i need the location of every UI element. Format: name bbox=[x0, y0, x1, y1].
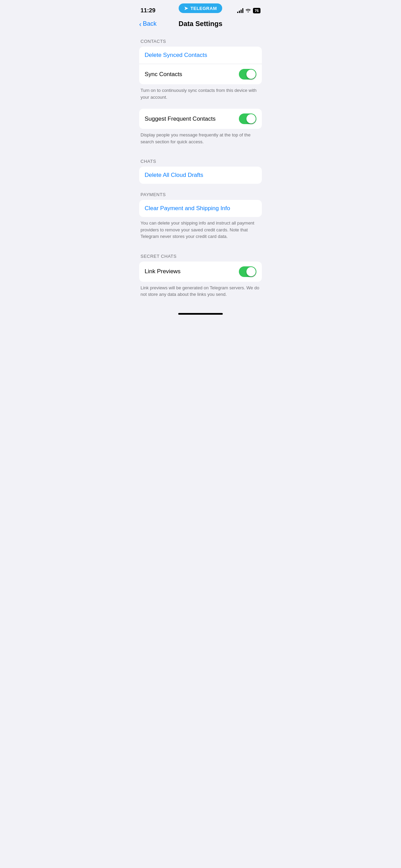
contacts-card: Delete Synced Contacts Sync Contacts bbox=[139, 47, 262, 84]
home-indicator bbox=[134, 306, 267, 317]
home-bar bbox=[178, 313, 223, 315]
contacts-section-label: CONTACTS bbox=[134, 39, 267, 47]
suggest-contacts-card: Suggest Frequent Contacts bbox=[139, 109, 262, 129]
link-previews-toggle[interactable] bbox=[239, 266, 256, 277]
clear-payment-info-item[interactable]: Clear Payment and Shipping Info bbox=[139, 200, 262, 217]
delete-cloud-drafts-item[interactable]: Delete All Cloud Drafts bbox=[139, 167, 262, 184]
link-previews-label: Link Previews bbox=[145, 268, 181, 275]
chats-section-label: CHATS bbox=[134, 159, 267, 167]
link-previews-item: Link Previews bbox=[139, 262, 262, 282]
telegram-label: TELEGRAM bbox=[191, 6, 217, 11]
payments-description: You can delete your shipping info and in… bbox=[134, 217, 267, 245]
page-title: Data Settings bbox=[179, 20, 222, 28]
suggest-frequent-contacts-label: Suggest Frequent Contacts bbox=[145, 116, 216, 122]
toggle-knob bbox=[246, 70, 256, 79]
suggest-contacts-section: Suggest Frequent Contacts Display people… bbox=[134, 109, 267, 150]
suggest-contacts-toggle[interactable] bbox=[239, 113, 256, 124]
back-chevron-icon: ‹ bbox=[139, 21, 142, 27]
status-icons: 76 bbox=[237, 8, 260, 13]
back-button[interactable]: ‹ Back bbox=[139, 20, 157, 27]
link-previews-description: Link previews will be generated on Teleg… bbox=[134, 282, 267, 303]
clear-payment-info-button[interactable]: Clear Payment and Shipping Info bbox=[145, 205, 230, 212]
suggest-frequent-contacts-item: Suggest Frequent Contacts bbox=[139, 109, 262, 129]
toggle-knob-2 bbox=[246, 114, 256, 123]
status-time: 11:29 bbox=[141, 7, 155, 14]
sync-contacts-description: Turn on to continuously sync contacts fr… bbox=[134, 84, 267, 106]
secret-chats-card: Link Previews bbox=[139, 262, 262, 282]
secret-chats-section: SECRET CHATS Link Previews Link previews… bbox=[134, 254, 267, 303]
payments-card: Clear Payment and Shipping Info bbox=[139, 200, 262, 217]
back-label: Back bbox=[143, 20, 157, 27]
wifi-icon bbox=[245, 8, 251, 13]
signal-icon bbox=[237, 8, 243, 13]
payments-section: PAYMENTS Clear Payment and Shipping Info… bbox=[134, 192, 267, 245]
suggest-contacts-description: Display people you message frequently at… bbox=[134, 129, 267, 150]
delete-synced-contacts-item[interactable]: Delete Synced Contacts bbox=[139, 47, 262, 64]
delete-synced-contacts-button[interactable]: Delete Synced Contacts bbox=[145, 52, 207, 59]
telegram-icon: ➤ bbox=[184, 5, 189, 11]
nav-bar: ‹ Back Data Settings bbox=[134, 16, 267, 33]
telegram-badge: ➤ TELEGRAM bbox=[179, 3, 222, 13]
sync-contacts-toggle[interactable] bbox=[239, 69, 256, 80]
chats-card: Delete All Cloud Drafts bbox=[139, 167, 262, 184]
secret-chats-section-label: SECRET CHATS bbox=[134, 254, 267, 262]
status-bar: 11:29 ➤ TELEGRAM 76 bbox=[134, 0, 267, 16]
battery-icon: 76 bbox=[253, 8, 260, 13]
toggle-knob-3 bbox=[246, 267, 256, 276]
payments-section-label: PAYMENTS bbox=[134, 192, 267, 200]
sync-contacts-label: Sync Contacts bbox=[145, 71, 182, 78]
chats-section: CHATS Delete All Cloud Drafts bbox=[134, 159, 267, 184]
sync-contacts-item: Sync Contacts bbox=[139, 64, 262, 84]
contacts-section: CONTACTS Delete Synced Contacts Sync Con… bbox=[134, 39, 267, 106]
delete-cloud-drafts-button[interactable]: Delete All Cloud Drafts bbox=[145, 172, 203, 179]
